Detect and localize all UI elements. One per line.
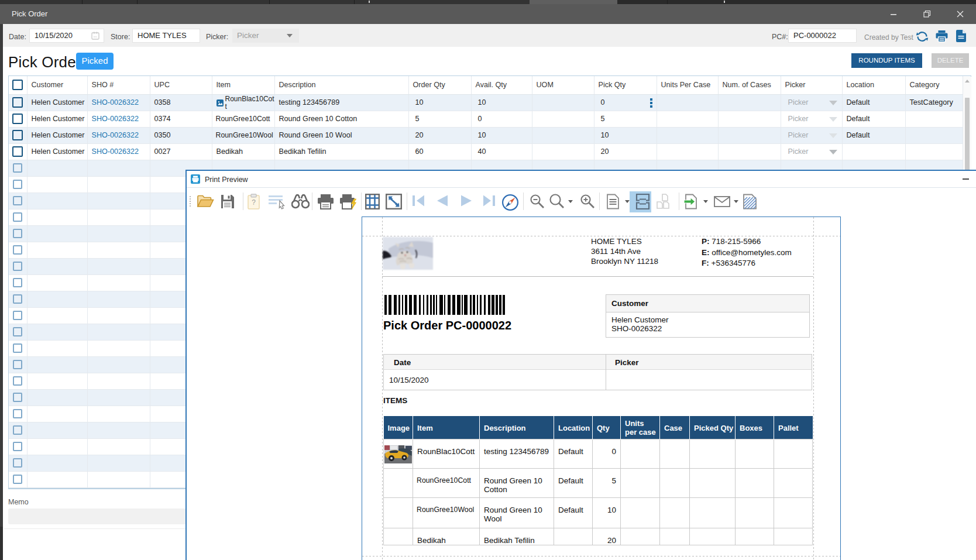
svg-text:?: ?	[252, 198, 256, 207]
